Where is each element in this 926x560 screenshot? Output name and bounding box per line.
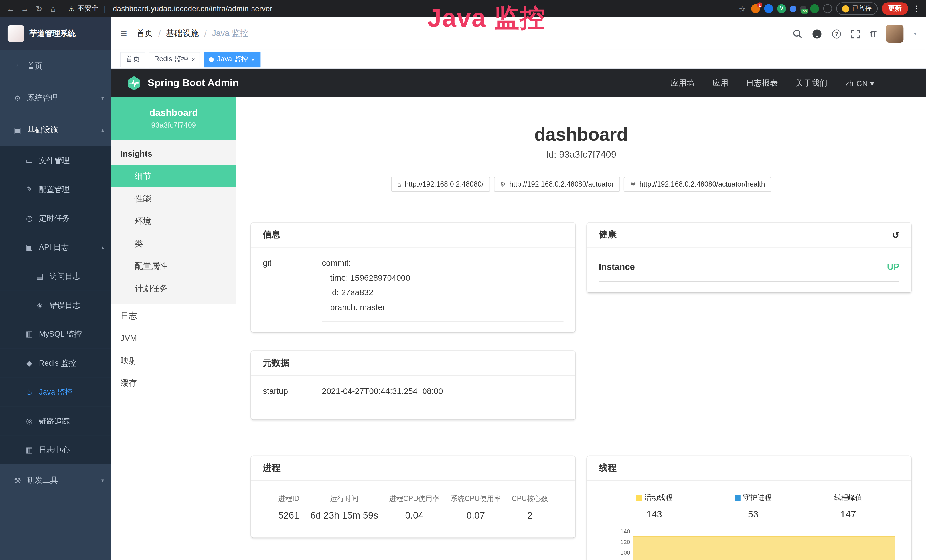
sidebar-item-redis-monitor[interactable]: Redis 监控 — [0, 349, 111, 377]
warning-icon — [68, 5, 74, 13]
sidebar-item-dev-tools[interactable]: 研发工具 — [0, 465, 111, 496]
stat-label: 进程CPU使用率 — [389, 494, 439, 504]
address-url[interactable]: dashboard.yudao.iocoder.cn/infra/admin-s… — [113, 5, 272, 13]
search-icon[interactable] — [793, 29, 802, 38]
tab-label: 首页 — [126, 54, 140, 65]
sba-item-mappings[interactable]: 映射 — [111, 349, 236, 372]
sidebar-item-file-manage[interactable]: 文件管理 — [0, 146, 111, 175]
locale-label: zh-CN — [845, 79, 868, 88]
extension-icon[interactable] — [790, 6, 796, 12]
health-card-header: 健康 — [587, 223, 911, 248]
sidebar-item-scheduled-jobs[interactable]: 定时任务 — [0, 204, 111, 233]
card-title: 信息 — [263, 229, 281, 240]
reload-icon[interactable] — [34, 4, 44, 13]
sidebar-item-home[interactable]: 首页 — [0, 50, 111, 82]
sba-main: dashboard Id: 93a3fc7f7409 http://192.16… — [236, 97, 926, 560]
sidebar-item-tracing[interactable]: 链路追踪 — [0, 407, 111, 435]
fullscreen-icon[interactable] — [851, 29, 860, 38]
hamburger-icon[interactable] — [120, 27, 127, 40]
github-icon[interactable] — [812, 29, 822, 38]
chevron-up-icon — [101, 127, 104, 133]
sba-nav-applications[interactable]: 应用 — [713, 77, 728, 88]
update-button[interactable]: 更新 — [882, 2, 908, 15]
sba-item-details[interactable]: 细节 — [111, 165, 236, 188]
avatar[interactable] — [886, 25, 904, 42]
card-title: 元数据 — [263, 357, 289, 369]
breadcrumb-infrastructure[interactable]: 基础设施 — [166, 28, 199, 39]
chevron-down-icon[interactable] — [914, 31, 916, 37]
sidebar-item-java-monitor[interactable]: Java 监控 — [0, 377, 111, 406]
tab-java-monitor[interactable]: Java 监控 × — [204, 51, 260, 67]
document-icon — [35, 272, 44, 281]
chrome-right-cluster: 1 已暂停 更新 — [737, 2, 920, 15]
history-icon[interactable] — [892, 230, 899, 240]
insights-section-label: Insights — [111, 140, 236, 165]
tags-view: 首页 Redis 监控 × Java 监控 × — [111, 50, 926, 69]
sidebar-item-access-logs[interactable]: 访问日志 — [0, 262, 111, 291]
actuator-url-button[interactable]: http://192.168.0.2:48080/actuator — [494, 177, 620, 192]
extension-icon[interactable] — [823, 4, 832, 13]
metadata-key: startup — [263, 384, 322, 406]
close-icon[interactable]: × — [191, 56, 195, 63]
sba-item-environment[interactable]: 环境 — [111, 210, 236, 232]
sidebar-item-system[interactable]: 系统管理 — [0, 82, 111, 114]
sidebar-item-error-logs[interactable]: 错误日志 — [0, 291, 111, 319]
metadata-value: 2021-04-27T00:44:31.254+08:00 — [322, 384, 563, 406]
redis-icon — [25, 359, 34, 368]
sba-brand[interactable]: Spring Boot Admin — [111, 75, 239, 91]
sba-nav-journal[interactable]: 日志报表 — [746, 77, 778, 88]
sba-nav-about[interactable]: 关于我们 — [796, 77, 828, 88]
sidebar-item-api-logs[interactable]: API 日志 — [0, 233, 111, 262]
sba-item-config-props[interactable]: 配置属性 — [111, 255, 236, 277]
home-icon — [13, 62, 22, 70]
app-logo-row[interactable]: 芋道管理系统 — [0, 17, 111, 50]
gear-icon — [13, 94, 22, 102]
service-url-button[interactable]: http://192.168.0.2:48080/ — [391, 177, 490, 192]
extension-icon[interactable] — [777, 4, 786, 13]
home-icon[interactable] — [48, 4, 58, 13]
sba-locale-select[interactable]: zh-CN — [845, 78, 874, 88]
extension-icon[interactable] — [764, 4, 773, 13]
log-icon — [25, 243, 34, 251]
sba-item-metrics[interactable]: 性能 — [111, 187, 236, 210]
stat-value: 0.07 — [450, 510, 501, 521]
forward-icon[interactable] — [20, 4, 29, 13]
health-url-button[interactable]: http://192.168.0.2:48080/actuator/health — [624, 177, 772, 192]
health-key: Instance — [599, 262, 635, 272]
tab-redis-monitor[interactable]: Redis 监控 × — [149, 51, 200, 67]
extension-icon[interactable] — [800, 6, 806, 12]
info-card: 信息 git commit: time: 1596289704000 — [251, 223, 575, 332]
font-size-icon[interactable]: tT — [870, 29, 876, 38]
sba-item-scheduled-tasks[interactable]: 计划任务 — [111, 277, 236, 300]
legend-label: 活动线程 — [644, 493, 672, 502]
sba-nav-wallboard[interactable]: 应用墙 — [671, 77, 695, 88]
stat-pid: 进程ID 5261 — [278, 494, 300, 521]
browser-menu-icon[interactable] — [912, 4, 920, 13]
java-icon — [25, 387, 34, 396]
help-icon[interactable]: ? — [832, 29, 841, 38]
security-label: 不安全 — [77, 3, 99, 14]
sidebar-item-mysql-monitor[interactable]: MySQL 监控 — [0, 319, 111, 348]
threads-legend: 活动线程 143 守护进程 — [599, 489, 899, 520]
sba-item-classes[interactable]: 类 — [111, 232, 236, 255]
tab-home[interactable]: 首页 — [120, 51, 145, 67]
extension-icon[interactable] — [810, 4, 819, 13]
sba-item-logs[interactable]: 日志 — [111, 304, 236, 327]
sba-item-jvm[interactable]: JVM — [111, 327, 236, 349]
instance-header[interactable]: dashboard 93a3fc7f7409 — [111, 97, 236, 140]
bookmark-star-icon[interactable] — [737, 4, 747, 13]
sidebar-item-infrastructure[interactable]: 基础设施 — [0, 114, 111, 146]
file-icon — [25, 156, 34, 165]
back-icon[interactable] — [6, 4, 15, 13]
extension-icon[interactable]: 1 — [751, 4, 760, 13]
breadcrumb-home[interactable]: 首页 — [136, 28, 153, 39]
site-security[interactable]: 不安全 | — [68, 3, 108, 14]
legend-live-threads: 活动线程 143 — [636, 493, 672, 520]
stat-value: 5261 — [278, 510, 300, 521]
sidebar-item-log-center[interactable]: 日志中心 — [0, 435, 111, 464]
sidebar-item-config-manage[interactable]: 配置管理 — [0, 175, 111, 204]
sba-item-caches[interactable]: 缓存 — [111, 372, 236, 394]
close-icon[interactable]: × — [251, 56, 255, 63]
chevron-down-icon — [870, 79, 874, 88]
paused-chip[interactable]: 已暂停 — [836, 2, 878, 15]
